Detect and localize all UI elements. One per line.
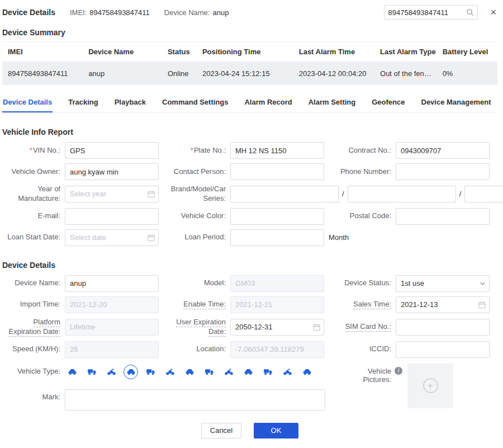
col-positioning-time: Positioning Time [198, 42, 295, 62]
postal-code-input[interactable] [396, 208, 490, 225]
user-expiration-date-input[interactable] [230, 319, 324, 336]
tab-device-details[interactable]: Device Details [2, 93, 53, 112]
speed-input [65, 341, 159, 358]
iccid-label: ICCID: [335, 345, 396, 354]
search-input[interactable] [388, 8, 466, 17]
vin-input[interactable] [65, 142, 159, 159]
sales-time-input[interactable] [396, 296, 490, 313]
field-enable-time: Enable Time: [168, 296, 335, 313]
col-device-name: Device Name [84, 42, 163, 62]
field-contract: Contract No.: [335, 142, 497, 159]
tab-device-management[interactable]: Device Management [421, 93, 492, 112]
brand-model-series-label: Brand/Model/Car Series: [168, 185, 230, 204]
tab-alarm-setting[interactable]: Alarm Setting [308, 93, 357, 112]
truck-vehicle-icon[interactable] [84, 365, 99, 379]
search-box [384, 5, 478, 20]
field-email: E-mail: [2, 208, 168, 225]
motorcycle-vehicle-icon[interactable] [65, 365, 79, 379]
page-title: Device Details [2, 8, 55, 17]
model-series-input[interactable] [348, 186, 456, 202]
field-mark: Mark: [2, 389, 338, 411]
van-vehicle-icon[interactable] [104, 365, 118, 379]
sedan-vehicle-icon[interactable] [221, 365, 236, 379]
device-status-select[interactable]: 1st use [396, 275, 490, 292]
vehicle-info-form: *VIN No.: *Plate No.: Contract No.: Vehi… [2, 142, 497, 246]
col-imei: IMEI [2, 42, 84, 62]
col-last-alarm-type: Last Alarm Type [376, 42, 438, 62]
search-icon[interactable] [466, 8, 474, 16]
model-label: Model: [168, 279, 230, 288]
device-name-label: Device Name: [164, 8, 210, 17]
vehicle-color-label: Vehicle Color: [168, 211, 230, 221]
device-summary-table: IMEI Device Name Status Positioning Time… [2, 41, 497, 85]
tab-playback[interactable]: Playback [114, 93, 146, 112]
tab-geofence[interactable]: Geofence [371, 93, 405, 112]
plate-input[interactable] [230, 142, 324, 159]
field-import-time: Import Time: [2, 296, 168, 313]
table-header-row: IMEI Device Name Status Positioning Time… [2, 42, 497, 62]
brand-input[interactable] [230, 186, 339, 202]
ok-button[interactable]: OK [254, 423, 298, 438]
close-icon[interactable]: × [490, 7, 496, 17]
mark-textarea[interactable] [65, 389, 325, 411]
brand-separator: / [342, 190, 344, 198]
col-status: Status [163, 42, 198, 62]
mark-label: Mark: [2, 393, 65, 402]
device-status-label: Device Status: [335, 279, 396, 288]
field-location: Location: [168, 341, 335, 358]
loan-period-input[interactable] [230, 229, 324, 246]
calendar-icon[interactable] [313, 323, 320, 331]
info-icon[interactable]: i [395, 367, 402, 375]
vehicle-picture-upload[interactable]: + [407, 364, 453, 408]
suv-vehicle-icon[interactable] [182, 365, 197, 379]
device-name-input[interactable] [65, 275, 159, 292]
field-model: Model: [168, 275, 335, 292]
loan-start-date-input[interactable] [65, 229, 159, 246]
device-name-value: anup [212, 8, 229, 17]
cell-battery-level: 0% [438, 62, 497, 86]
calendar-icon[interactable] [478, 301, 486, 308]
tab-command-settings[interactable]: Command Settings [162, 93, 229, 112]
bicycle-vehicle-icon[interactable] [163, 365, 177, 379]
empty-cell [335, 229, 497, 246]
contract-input[interactable] [396, 142, 490, 159]
email-input[interactable] [65, 208, 159, 225]
imei-label: IMEI: [70, 8, 87, 17]
car-vehicle-icon[interactable] [124, 365, 138, 379]
vin-label: *VIN No.: [2, 146, 65, 155]
sales-time-label: Sales Time: [335, 300, 396, 309]
forklift-vehicle-icon[interactable] [260, 365, 275, 379]
car-series-input[interactable] [464, 186, 503, 202]
tab-tracking[interactable]: Tracking [68, 93, 98, 112]
vehicle-color-input[interactable] [230, 208, 324, 225]
vehicle-type-options [65, 365, 314, 379]
field-plate: *Plate No.: [168, 142, 335, 159]
boat-vehicle-icon[interactable] [143, 365, 158, 379]
person-vehicle-icon[interactable] [241, 365, 255, 379]
field-speed: Speed (KM/H): [2, 341, 168, 358]
col-last-alarm-time: Last Alarm Time [295, 42, 376, 62]
device-details-form: Device Name: Model: Device Status: 1st u… [2, 275, 497, 358]
tab-alarm-record[interactable]: Alarm Record [244, 93, 292, 112]
bus-vehicle-icon[interactable] [202, 365, 216, 379]
sim-card-no-input[interactable] [396, 319, 490, 336]
calendar-icon[interactable] [148, 234, 155, 241]
chevron-down-icon [480, 280, 486, 286]
platform-expiration-date-input [65, 319, 159, 336]
platform-expiration-date-label: Platform Expiration Date: [2, 318, 65, 337]
vehicle-info-title: Vehicle Info Report [2, 128, 497, 136]
tractor-vehicle-icon[interactable] [300, 365, 314, 379]
year-of-manufacture-input[interactable] [65, 186, 159, 202]
calendar-icon[interactable] [148, 190, 155, 197]
device-name-field-label: Device Name: [2, 279, 65, 288]
contact-person-input[interactable] [230, 163, 324, 180]
add-picture-icon: + [423, 378, 438, 393]
field-phone-number: Phone Number: [335, 163, 497, 180]
pickup-vehicle-icon[interactable] [280, 365, 295, 379]
vehicle-owner-input[interactable] [65, 163, 159, 180]
loan-period-label: Loan Period: [168, 233, 230, 242]
cancel-button[interactable]: Cancel [201, 423, 241, 438]
device-details-page: Device Details IMEI:894758493847411 Devi… [0, 0, 503, 438]
phone-number-input[interactable] [396, 163, 490, 180]
iccid-input[interactable] [396, 341, 490, 358]
